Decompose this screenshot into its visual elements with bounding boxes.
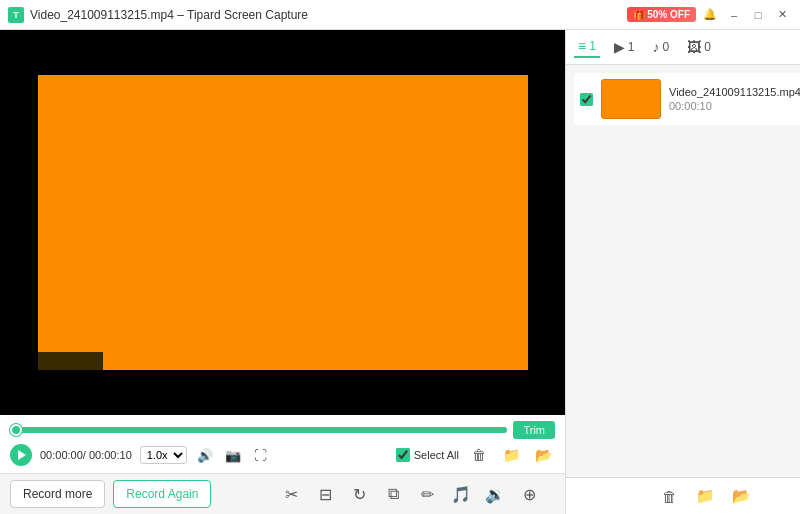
right-file-list: Video_241009113215.mp4 00:00:10 — [566, 65, 800, 477]
right-tabs: ≡ 1 ▶ 1 ♪ 0 🖼 0 — [566, 30, 800, 65]
progress-track[interactable] — [10, 427, 507, 433]
progress-fill — [10, 427, 507, 433]
image-tab-icon: 🖼 — [687, 39, 701, 55]
file-info: Video_241009113215.mp4 00:00:10 — [669, 86, 800, 112]
record-more-button[interactable]: Record more — [10, 480, 105, 508]
title-bar: T Video_241009113215.mp4 – Tipard Screen… — [0, 0, 800, 30]
copy-icon[interactable]: ⧉ — [381, 482, 405, 506]
right-bottom-bar: 🗑 📁 📂 — [566, 477, 800, 514]
select-all-container: Select All — [396, 448, 459, 462]
play-button[interactable] — [10, 444, 32, 466]
right-open-folder-icon[interactable]: 📂 — [729, 484, 753, 508]
right-panel: ≡ 1 ▶ 1 ♪ 0 🖼 0 Video_241009113215 — [565, 30, 800, 514]
volume-tool-icon[interactable]: 🔉 — [483, 482, 507, 506]
tab-image-count: 0 — [704, 40, 711, 54]
tab-list-count: 1 — [589, 39, 596, 53]
bottom-tools: ✂ ⊟ ↻ ⧉ ✏ 🎵 🔉 ⊕ — [279, 482, 541, 506]
playback-row: 00:00:00/ 00:00:10 1.0x 0.5x 1.5x 2.0x 🔊… — [10, 443, 555, 467]
fullscreen-icon[interactable]: ⛶ — [251, 445, 271, 465]
audio-tool-icon[interactable]: 🎵 — [449, 482, 473, 506]
camera-icon[interactable]: 📷 — [223, 445, 243, 465]
list-item: Video_241009113215.mp4 00:00:10 — [574, 73, 800, 125]
tab-image[interactable]: 🖼 0 — [683, 37, 715, 57]
folder-icon[interactable]: 📁 — [499, 443, 523, 467]
file-checkbox[interactable] — [580, 93, 593, 106]
trim-tool-icon[interactable]: ⊟ — [313, 482, 337, 506]
tab-video[interactable]: ▶ 1 — [610, 37, 639, 57]
delete-icon[interactable]: 🗑 — [467, 443, 491, 467]
list-tab-icon: ≡ — [578, 38, 586, 54]
right-delete-icon[interactable]: 🗑 — [657, 484, 681, 508]
volume-icon[interactable]: 🔊 — [195, 445, 215, 465]
audio-tab-icon: ♪ — [653, 39, 660, 55]
file-name: Video_241009113215.mp4 — [669, 86, 800, 98]
edit-icon[interactable]: ✏ — [415, 482, 439, 506]
main-container: Trim 00:00:00/ 00:00:10 1.0x 0.5x 1.5x 2… — [0, 30, 800, 514]
video-content — [38, 75, 528, 370]
more-icon[interactable]: ⊕ — [517, 482, 541, 506]
folder-open-icon[interactable]: 📂 — [531, 443, 555, 467]
select-all-label: Select All — [414, 449, 459, 461]
title-bar-right: 🎁 50% OFF 🔔 – □ ✕ — [627, 5, 792, 25]
controls-bar: Trim 00:00:00/ 00:00:10 1.0x 0.5x 1.5x 2… — [0, 415, 565, 473]
trim-button[interactable]: Trim — [513, 421, 555, 439]
close-button[interactable]: ✕ — [772, 5, 792, 25]
title-bar-left: T Video_241009113215.mp4 – Tipard Screen… — [8, 7, 308, 23]
file-thumbnail — [601, 79, 661, 119]
left-panel: Trim 00:00:00/ 00:00:10 1.0x 0.5x 1.5x 2… — [0, 30, 565, 514]
video-area — [0, 30, 565, 415]
title-bar-title: Video_241009113215.mp4 – Tipard Screen C… — [30, 8, 308, 22]
bottom-bar: Record more Record Again ✂ ⊟ ↻ ⧉ ✏ 🎵 🔉 ⊕ — [0, 473, 565, 514]
video-dark-bar — [38, 352, 103, 370]
file-duration: 00:00:10 — [669, 100, 800, 112]
right-folder-icon[interactable]: 📁 — [693, 484, 717, 508]
rotate-icon[interactable]: ↻ — [347, 482, 371, 506]
tab-video-count: 1 — [628, 40, 635, 54]
minimize-button[interactable]: – — [724, 5, 744, 25]
speed-select[interactable]: 1.0x 0.5x 1.5x 2.0x — [140, 446, 187, 464]
maximize-button[interactable]: □ — [748, 5, 768, 25]
progress-row: Trim — [10, 421, 555, 439]
promo-badge[interactable]: 🎁 50% OFF — [627, 7, 696, 22]
video-frame — [38, 55, 528, 390]
bell-icon[interactable]: 🔔 — [700, 5, 720, 25]
progress-handle[interactable] — [10, 424, 22, 436]
video-tab-icon: ▶ — [614, 39, 625, 55]
tab-audio-count: 0 — [663, 40, 670, 54]
time-display: 00:00:00/ 00:00:10 — [40, 449, 132, 461]
cut-icon[interactable]: ✂ — [279, 482, 303, 506]
select-all-checkbox[interactable] — [396, 448, 410, 462]
tab-audio[interactable]: ♪ 0 — [649, 37, 674, 57]
tab-list[interactable]: ≡ 1 — [574, 36, 600, 58]
record-again-button[interactable]: Record Again — [113, 480, 211, 508]
